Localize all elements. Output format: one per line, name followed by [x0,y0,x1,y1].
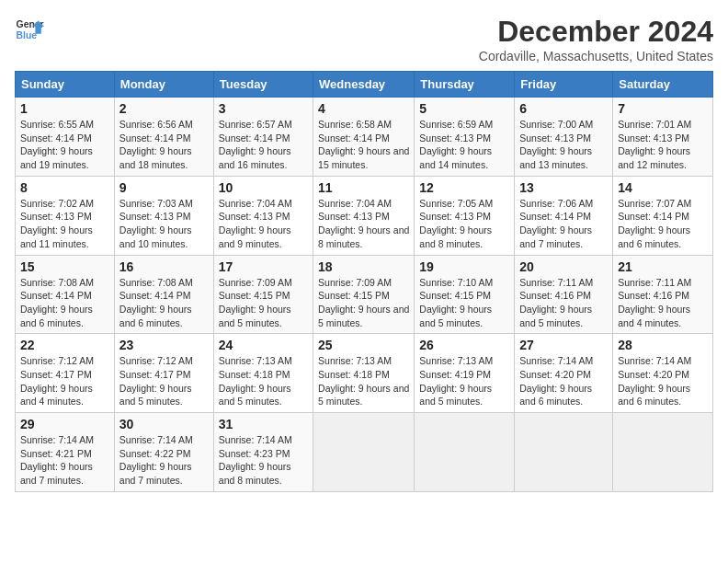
calendar-cell: 4 Sunrise: 6:58 AMSunset: 4:14 PMDayligh… [313,98,415,177]
day-number: 4 [318,101,409,116]
calendar-cell: 24 Sunrise: 7:13 AMSunset: 4:18 PMDaylig… [213,334,313,413]
day-info: Sunrise: 7:08 AMSunset: 4:14 PMDaylight:… [119,277,193,328]
calendar-week-row: 22 Sunrise: 7:12 AMSunset: 4:17 PMDaylig… [16,334,713,413]
calendar-cell: 9 Sunrise: 7:03 AMSunset: 4:13 PMDayligh… [114,176,213,255]
day-number: 6 [519,101,608,116]
calendar-week-row: 15 Sunrise: 7:08 AMSunset: 4:14 PMDaylig… [16,255,713,334]
calendar-cell: 16 Sunrise: 7:08 AMSunset: 4:14 PMDaylig… [114,255,213,334]
svg-text:Blue: Blue [17,30,38,40]
day-info: Sunrise: 7:09 AMSunset: 4:15 PMDaylight:… [318,277,409,328]
calendar-cell: 8 Sunrise: 7:02 AMSunset: 4:13 PMDayligh… [16,176,115,255]
day-info: Sunrise: 7:12 AMSunset: 4:17 PMDaylight:… [119,355,193,407]
calendar-cell: 19 Sunrise: 7:10 AMSunset: 4:15 PMDaylig… [415,255,515,334]
day-number: 15 [20,259,109,274]
calendar-cell: 26 Sunrise: 7:13 AMSunset: 4:19 PMDaylig… [415,334,515,413]
column-header-friday: Friday [515,72,613,98]
column-header-monday: Monday [114,72,213,98]
calendar-week-row: 1 Sunrise: 6:55 AMSunset: 4:14 PMDayligh… [16,98,713,177]
day-number: 11 [318,180,409,195]
calendar-cell: 6 Sunrise: 7:00 AMSunset: 4:13 PMDayligh… [515,98,613,177]
day-info: Sunrise: 7:01 AMSunset: 4:13 PMDaylight:… [618,119,691,170]
day-number: 7 [618,101,708,116]
day-info: Sunrise: 7:14 AMSunset: 4:21 PMDaylight:… [20,434,94,486]
day-number: 1 [20,101,109,116]
day-info: Sunrise: 6:57 AMSunset: 4:14 PMDaylight:… [219,119,292,170]
day-info: Sunrise: 7:03 AMSunset: 4:13 PMDaylight:… [119,198,193,249]
calendar-cell [515,413,613,492]
day-number: 2 [119,101,209,116]
day-number: 14 [618,180,708,195]
calendar-cell: 22 Sunrise: 7:12 AMSunset: 4:17 PMDaylig… [16,334,115,413]
day-info: Sunrise: 7:13 AMSunset: 4:19 PMDaylight:… [419,355,493,407]
calendar-cell: 20 Sunrise: 7:11 AMSunset: 4:16 PMDaylig… [515,255,613,334]
day-number: 3 [219,101,308,116]
day-info: Sunrise: 7:05 AMSunset: 4:13 PMDaylight:… [419,198,493,249]
day-number: 26 [419,338,509,352]
day-info: Sunrise: 7:11 AMSunset: 4:16 PMDaylight:… [618,277,691,328]
calendar-cell [415,413,515,492]
day-number: 23 [119,338,209,352]
calendar-cell: 25 Sunrise: 7:13 AMSunset: 4:18 PMDaylig… [313,334,415,413]
day-info: Sunrise: 7:08 AMSunset: 4:14 PMDaylight:… [20,277,94,328]
calendar-cell: 29 Sunrise: 7:14 AMSunset: 4:21 PMDaylig… [16,413,115,492]
day-info: Sunrise: 7:04 AMSunset: 4:13 PMDaylight:… [219,198,292,249]
calendar-week-row: 8 Sunrise: 7:02 AMSunset: 4:13 PMDayligh… [16,176,713,255]
logo: General Blue [15,15,44,44]
calendar-cell: 5 Sunrise: 6:59 AMSunset: 4:13 PMDayligh… [415,98,515,177]
day-number: 22 [20,338,109,352]
day-number: 24 [219,338,308,352]
day-number: 16 [119,259,209,274]
calendar-cell: 31 Sunrise: 7:14 AMSunset: 4:23 PMDaylig… [213,413,313,492]
calendar-cell: 28 Sunrise: 7:14 AMSunset: 4:20 PMDaylig… [613,334,713,413]
calendar-cell [613,413,713,492]
day-number: 5 [419,101,509,116]
calendar-cell: 30 Sunrise: 7:14 AMSunset: 4:22 PMDaylig… [114,413,213,492]
calendar-cell: 11 Sunrise: 7:04 AMSunset: 4:13 PMDaylig… [313,176,415,255]
calendar-cell: 7 Sunrise: 7:01 AMSunset: 4:13 PMDayligh… [613,98,713,177]
calendar-cell: 14 Sunrise: 7:07 AMSunset: 4:14 PMDaylig… [613,176,713,255]
column-header-saturday: Saturday [613,72,713,98]
day-info: Sunrise: 6:56 AMSunset: 4:14 PMDaylight:… [119,119,193,170]
calendar-cell: 12 Sunrise: 7:05 AMSunset: 4:13 PMDaylig… [415,176,515,255]
location-title: Cordaville, Massachusetts, United States [479,49,713,63]
column-header-wednesday: Wednesday [313,72,415,98]
day-number: 17 [219,259,308,274]
calendar-cell: 1 Sunrise: 6:55 AMSunset: 4:14 PMDayligh… [16,98,115,177]
day-info: Sunrise: 7:14 AMSunset: 4:22 PMDaylight:… [119,434,193,486]
day-number: 31 [219,417,308,431]
day-number: 19 [419,259,509,274]
calendar-cell: 2 Sunrise: 6:56 AMSunset: 4:14 PMDayligh… [114,98,213,177]
day-info: Sunrise: 6:58 AMSunset: 4:14 PMDaylight:… [318,119,409,170]
day-number: 20 [519,259,608,274]
calendar-week-row: 29 Sunrise: 7:14 AMSunset: 4:21 PMDaylig… [16,413,713,492]
day-number: 8 [20,180,109,195]
day-number: 29 [20,417,109,431]
day-info: Sunrise: 7:14 AMSunset: 4:20 PMDaylight:… [519,355,593,407]
day-number: 27 [519,338,608,352]
day-number: 13 [519,180,608,195]
day-info: Sunrise: 7:10 AMSunset: 4:15 PMDaylight:… [419,277,493,328]
title-area: December 2024 Cordaville, Massachusetts,… [479,15,713,63]
column-header-tuesday: Tuesday [213,72,313,98]
day-info: Sunrise: 7:13 AMSunset: 4:18 PMDaylight:… [219,355,292,407]
calendar-cell: 21 Sunrise: 7:11 AMSunset: 4:16 PMDaylig… [613,255,713,334]
day-info: Sunrise: 7:14 AMSunset: 4:23 PMDaylight:… [219,434,292,486]
column-header-thursday: Thursday [415,72,515,98]
calendar-cell: 23 Sunrise: 7:12 AMSunset: 4:17 PMDaylig… [114,334,213,413]
calendar-cell: 13 Sunrise: 7:06 AMSunset: 4:14 PMDaylig… [515,176,613,255]
day-info: Sunrise: 7:14 AMSunset: 4:20 PMDaylight:… [618,355,691,407]
day-info: Sunrise: 7:09 AMSunset: 4:15 PMDaylight:… [219,277,292,328]
calendar-body: 1 Sunrise: 6:55 AMSunset: 4:14 PMDayligh… [16,98,713,492]
day-info: Sunrise: 7:06 AMSunset: 4:14 PMDaylight:… [519,198,593,249]
day-info: Sunrise: 7:11 AMSunset: 4:16 PMDaylight:… [519,277,593,328]
day-info: Sunrise: 6:55 AMSunset: 4:14 PMDaylight:… [20,119,94,170]
day-info: Sunrise: 7:04 AMSunset: 4:13 PMDaylight:… [318,198,409,249]
column-header-sunday: Sunday [16,72,115,98]
day-number: 10 [219,180,308,195]
calendar-cell [313,413,415,492]
day-number: 28 [618,338,708,352]
day-info: Sunrise: 7:00 AMSunset: 4:13 PMDaylight:… [519,119,593,170]
month-title: December 2024 [479,15,713,49]
calendar-cell: 27 Sunrise: 7:14 AMSunset: 4:20 PMDaylig… [515,334,613,413]
day-info: Sunrise: 7:07 AMSunset: 4:14 PMDaylight:… [618,198,691,249]
